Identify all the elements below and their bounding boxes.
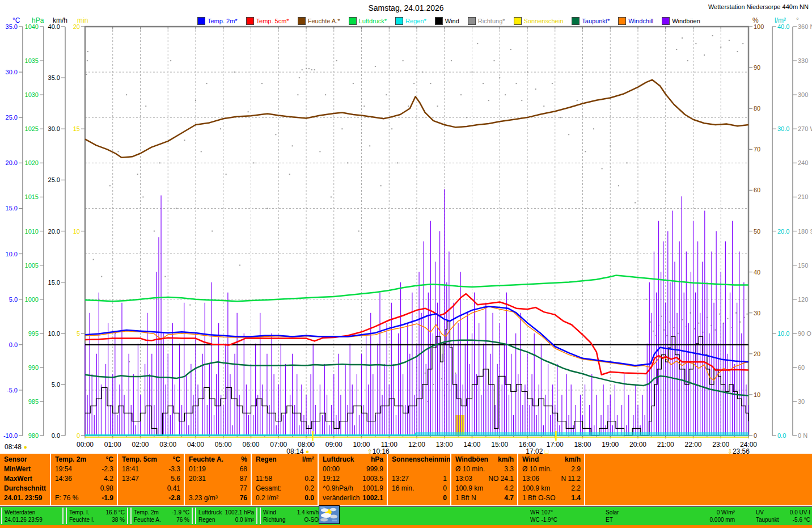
table-cell: -1.9 [102,493,113,503]
table-cell: hPa [371,455,383,464]
svg-text:30: 30 [798,398,805,405]
table-cell: 13:47 [122,474,139,484]
table-cell: 1001.9 [362,484,383,493]
svg-text:25.0: 25.0 [6,114,18,121]
table-row: 0.41 [118,484,184,493]
table-row: 1 Bft N4.7 [451,493,517,503]
footer-line: WC -1.9°C [530,516,590,523]
svg-text:09:00: 09:00 [325,441,342,449]
svg-text:07:00: 07:00 [270,441,287,449]
table-cell: Temp. 5cm [122,455,157,464]
svg-text:13:00: 13:00 [436,441,453,449]
table-row: 19:54-2.3 [51,464,117,474]
footer-text: Richtung [263,516,285,523]
svg-text:980: 980 [28,432,39,439]
table-row: 1 Bft O-SO1.4 [518,493,584,503]
table-cell: N 11.2 [561,474,581,484]
table-cell: 4.2 [504,484,514,493]
footer-text: Taupunkt [756,516,779,523]
table-row: LuftdruckhPa [319,455,387,464]
svg-text:60: 60 [754,187,760,193]
table-cell: 0.2 l/m² [256,493,278,503]
svg-text:40.0: 40.0 [48,23,60,30]
table-row: MaxWert [0,474,50,484]
svg-text:1015: 1015 [25,193,39,200]
table-column-temp-2m: Temp. 2m°C19:54-2.314:364.20.98F: 76 %-1… [50,454,117,505]
table-cell: °C [106,455,113,464]
svg-text:15: 15 [73,125,80,132]
table-row: 20:3187 [185,474,251,484]
table-cell: Temp. 2m [55,455,86,464]
svg-text:03:00: 03:00 [159,441,176,449]
table-cell: 76 [240,493,247,503]
svg-text:120: 120 [798,296,808,303]
svg-text:80: 80 [754,105,760,112]
footer-line: Temp. 2m-1.9 °C [134,509,189,516]
table-row: Sensor [0,455,50,464]
table-cell: 5.6 [171,474,180,484]
table-row: MinWert [0,464,50,474]
table-cell: 13:03 [455,474,472,484]
table-row: 0 [388,493,450,503]
table-cell: 68 [240,464,247,474]
table-row: ^0.9hPa/h1001.9 [319,484,387,493]
table-cell: 1 [443,474,447,484]
footer-text: WR 107° [530,509,553,516]
svg-text:1000: 1000 [25,296,39,303]
table-row: 19:121003.5 [319,474,387,484]
table-cell: veränderlich [323,493,360,503]
table-row: 3.23 g/m³76 [185,493,251,503]
table-cell: -3.3 [168,464,180,474]
svg-text:40.0: 40.0 [777,23,789,30]
table-row: Sonnenscheinmin [388,455,450,464]
svg-text:35.0: 35.0 [6,23,18,30]
table-cell: 19:54 [55,464,72,474]
svg-text:10: 10 [754,391,760,398]
table-row: 0.98 [51,484,117,493]
clouds-sun-icon [319,505,340,524]
axis-tC: 35.030.025.020.015.010.05.00.0-5.0-10.0 [3,23,23,439]
table-row: 13:03NO 24.1 [451,474,517,484]
table-cell: 2.9 [571,464,581,474]
table-cell: Windböen [455,455,488,464]
table-cell: 0 [443,493,447,503]
svg-text:40: 40 [754,269,760,276]
footer-text: ET [606,516,613,523]
svg-text:0 N: 0 N [798,432,807,439]
table-cell: 20:31 [189,474,206,484]
svg-text:150: 150 [798,262,808,269]
table-cell: 14:36 [55,474,72,484]
footer-line: Taupunkt-5.6 °C [756,516,810,523]
svg-text:15:00: 15:00 [491,441,508,449]
svg-text:12:00: 12:00 [408,441,425,449]
svg-text:20: 20 [754,350,760,357]
table-row: Gesamt:0.2 [252,484,318,493]
table-cell: 1 Bft N [455,493,476,503]
svg-text:00:00: 00:00 [77,441,94,449]
table-cell: 100.9 km [522,484,550,493]
footer-text: 76 % [176,516,189,523]
footer-text: 1.4 km/h [297,509,319,516]
footer-text: 16.8 °C [106,509,125,516]
svg-text:210: 210 [798,193,808,200]
table-row: 16 min.0 [388,484,450,493]
table-cell: ^0.9hPa/h [323,484,353,493]
footer-box: Wind1.4 km/hRichtungO-SO [260,508,322,524]
table-cell: 0.41 [167,484,180,493]
svg-text:0: 0 [754,432,757,439]
footer-box: Wetterdaten24.01.26 23:59 [1,508,64,524]
table-cell: Feuchte A. [189,455,223,464]
svg-text:90: 90 [754,64,760,71]
table-cell: min [438,455,450,464]
table-row: Temp. 5cm°C [118,455,184,464]
svg-text:990: 990 [28,364,39,371]
table-cell: 4.2 [104,474,113,484]
svg-text:270 W: 270 W [798,125,812,132]
table-cell: MinWert [4,464,31,474]
table-cell: MaxWert [4,474,32,484]
table-row: -2.8 [118,493,184,503]
svg-text:20.0: 20.0 [6,159,18,166]
table-cell: 4.7 [504,493,514,503]
svg-text:20.0: 20.0 [777,228,789,235]
svg-text:240: 240 [798,159,808,166]
